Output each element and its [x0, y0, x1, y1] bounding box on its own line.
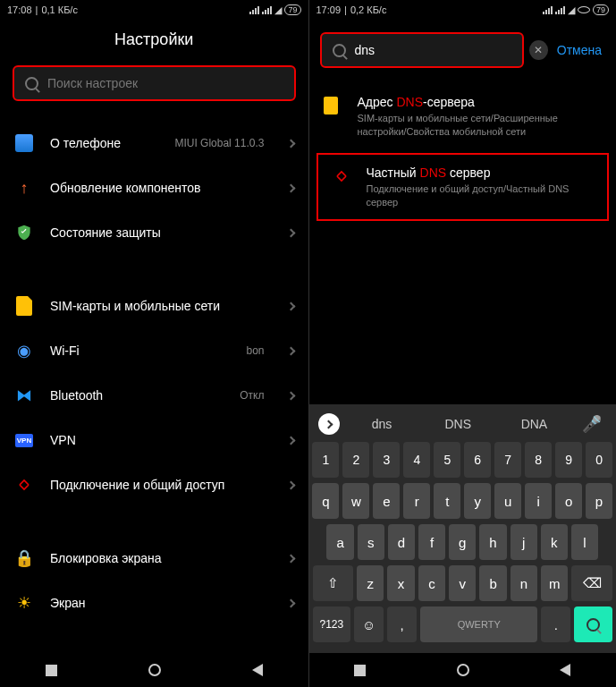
- settings-item[interactable]: 🔒 Блокировка экрана: [0, 536, 308, 581]
- lock-icon: 🔒: [14, 548, 34, 568]
- key-period[interactable]: .: [541, 606, 570, 642]
- key-w[interactable]: w: [342, 483, 369, 519]
- key-8[interactable]: 8: [525, 442, 552, 478]
- key-shift[interactable]: ⇧: [313, 565, 354, 601]
- clear-search-button[interactable]: ✕: [529, 40, 548, 60]
- item-label: SIM-карты и мобильные сети: [50, 299, 272, 313]
- item-label: Экран: [50, 596, 272, 610]
- chevron-right-icon: [286, 598, 295, 607]
- key-g[interactable]: g: [449, 524, 476, 560]
- key-a[interactable]: a: [326, 524, 353, 560]
- item-value: Откл: [240, 389, 264, 402]
- status-bar: 17:09 | 0,2 КБ/с ◢ 79: [309, 0, 617, 20]
- signal-icon: [249, 6, 259, 14]
- key-e[interactable]: e: [373, 483, 400, 519]
- key-o[interactable]: o: [555, 483, 582, 519]
- search-result[interactable]: Адрес DNS-сервера SIM-карты и мобильные …: [309, 84, 617, 149]
- chevron-right-icon: [286, 183, 295, 192]
- key-k[interactable]: k: [541, 524, 568, 560]
- key-y[interactable]: y: [464, 483, 491, 519]
- key-q[interactable]: q: [312, 483, 339, 519]
- status-time: 17:08: [7, 4, 32, 15]
- settings-item[interactable]: ⧓ Bluetooth Откл: [0, 373, 308, 418]
- key-f[interactable]: f: [418, 524, 445, 560]
- item-label: О телефоне: [50, 136, 158, 150]
- nav-back[interactable]: [560, 664, 570, 676]
- key-numbers[interactable]: ?123: [313, 606, 351, 642]
- key-b[interactable]: b: [479, 565, 506, 601]
- key-c[interactable]: c: [418, 565, 445, 601]
- update-icon: ↑: [14, 178, 34, 198]
- key-l[interactable]: l: [571, 524, 598, 560]
- search-result[interactable]: Частный DNS сервер Подключение и общий д…: [316, 153, 610, 222]
- key-search[interactable]: [574, 606, 612, 642]
- key-0[interactable]: 0: [586, 442, 612, 478]
- key-9[interactable]: 9: [555, 442, 582, 478]
- wifi-icon: ◢: [568, 4, 575, 16]
- item-label: Блокировка экрана: [50, 551, 272, 565]
- item-label: Подключение и общий доступ: [50, 478, 272, 492]
- key-z[interactable]: z: [357, 565, 384, 601]
- bt-icon: ⧓: [14, 386, 34, 405]
- key-1[interactable]: 1: [312, 442, 339, 478]
- settings-list: О телефоне MIUI Global 11.0.3 ↑ Обновлен…: [0, 121, 308, 653]
- key-comma[interactable]: ,: [387, 606, 417, 642]
- key-3[interactable]: 3: [373, 442, 400, 478]
- settings-item[interactable]: Состояние защиты: [0, 210, 308, 255]
- nav-recent[interactable]: [46, 665, 57, 676]
- suggestion[interactable]: DNS: [425, 417, 492, 431]
- key-2[interactable]: 2: [342, 442, 369, 478]
- item-label: Обновление компонентов: [50, 181, 272, 195]
- search-results: Адрес DNS-сервера SIM-карты и мобильные …: [309, 68, 617, 404]
- suggestion[interactable]: DNA: [501, 417, 568, 431]
- cancel-button[interactable]: Отмена: [553, 43, 605, 57]
- suggestion-expand[interactable]: [318, 413, 340, 435]
- chevron-right-icon: [286, 480, 295, 489]
- nav-back[interactable]: [252, 664, 263, 676]
- settings-item[interactable]: VPN VPN: [0, 418, 308, 462]
- settings-item[interactable]: О телефоне MIUI Global 11.0.3: [0, 121, 308, 165]
- key-5[interactable]: 5: [434, 442, 460, 478]
- key-6[interactable]: 6: [464, 442, 491, 478]
- key-u[interactable]: u: [494, 483, 521, 519]
- search-input-box[interactable]: [320, 32, 524, 68]
- chevron-right-icon: [286, 301, 295, 310]
- settings-item[interactable]: ↑ Обновление компонентов: [0, 165, 308, 210]
- suggestion[interactable]: dns: [349, 417, 416, 431]
- key-s[interactable]: s: [358, 524, 384, 560]
- search-input[interactable]: [355, 43, 511, 57]
- shield-icon: [14, 223, 34, 242]
- key-v[interactable]: v: [449, 565, 476, 601]
- key-r[interactable]: r: [403, 483, 430, 519]
- key-i[interactable]: i: [525, 483, 552, 519]
- screen-icon: ☀: [14, 593, 34, 613]
- key-4[interactable]: 4: [403, 442, 430, 478]
- key-space[interactable]: QWERTY: [420, 606, 537, 642]
- share-icon: [333, 167, 352, 187]
- key-d[interactable]: d: [388, 524, 415, 560]
- key-7[interactable]: 7: [494, 442, 521, 478]
- key-j[interactable]: j: [511, 524, 537, 560]
- search-input-box[interactable]: [13, 65, 296, 101]
- chevron-right-icon: [286, 139, 295, 148]
- nav-home[interactable]: [457, 664, 469, 676]
- nav-home[interactable]: [148, 664, 161, 676]
- search-input[interactable]: [47, 76, 283, 90]
- key-backspace[interactable]: ⌫: [571, 565, 612, 601]
- key-x[interactable]: x: [387, 565, 414, 601]
- key-n[interactable]: n: [511, 565, 537, 601]
- chevron-right-icon: [286, 346, 295, 355]
- key-emoji[interactable]: ☺: [354, 606, 384, 642]
- settings-item[interactable]: ◉ Wi-Fi bon: [0, 328, 308, 373]
- settings-item[interactable]: ☀ Экран: [0, 581, 308, 625]
- nav-recent[interactable]: [354, 665, 366, 676]
- search-icon: [333, 44, 346, 57]
- settings-item[interactable]: Подключение и общий доступ: [0, 462, 308, 507]
- doc-icon: [324, 97, 343, 116]
- mic-icon[interactable]: 🎤: [577, 414, 607, 434]
- key-t[interactable]: t: [434, 483, 460, 519]
- key-h[interactable]: h: [479, 524, 506, 560]
- settings-item[interactable]: SIM-карты и мобильные сети: [0, 284, 308, 328]
- key-p[interactable]: p: [586, 483, 612, 519]
- key-m[interactable]: m: [541, 565, 568, 601]
